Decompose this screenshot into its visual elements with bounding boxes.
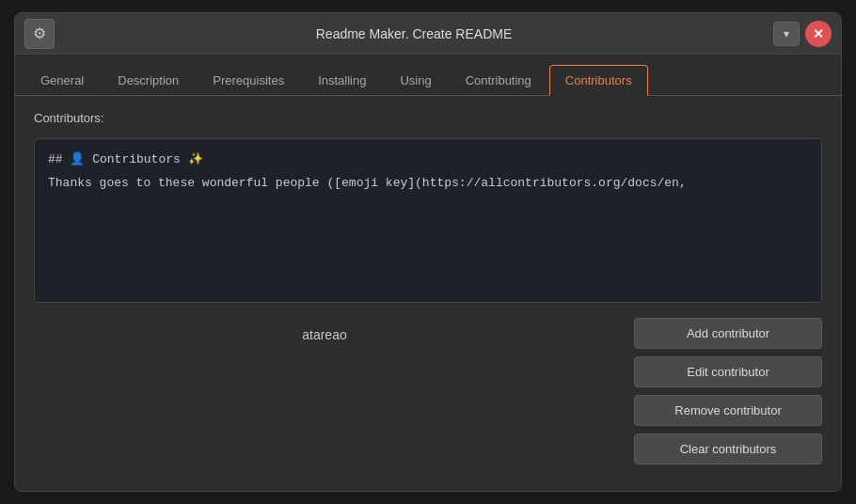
tab-prerequisites[interactable]: Prerequisites: [197, 65, 300, 95]
contributor-name: atareao: [302, 327, 346, 342]
contributors-label: Contributors:: [34, 111, 822, 125]
tab-contributing[interactable]: Contributing: [450, 65, 547, 95]
content-area: Contributors: ## 👤 Contributors ✨ Thanks…: [15, 96, 841, 491]
close-button[interactable]: ✕: [805, 21, 832, 47]
contributors-list: atareao: [34, 318, 615, 352]
text-preview[interactable]: ## 👤 Contributors ✨ Thanks goes to these…: [34, 138, 822, 303]
gear-button[interactable]: ⚙: [24, 19, 55, 49]
titlebar: ⚙ Readme Maker. Create README ▾ ✕: [15, 13, 841, 55]
clear-contributors-button[interactable]: Clear contributors: [634, 433, 822, 465]
titlebar-left: ⚙: [24, 19, 55, 49]
edit-contributor-button[interactable]: Edit contributor: [634, 356, 822, 387]
main-window: ⚙ Readme Maker. Create README ▾ ✕ Genera…: [14, 12, 842, 492]
dropdown-button[interactable]: ▾: [773, 22, 800, 46]
tab-using[interactable]: Using: [384, 65, 447, 95]
buttons-panel: Add contributor Edit contributor Remove …: [634, 318, 822, 465]
add-contributor-button[interactable]: Add contributor: [634, 318, 822, 349]
tab-general[interactable]: General: [24, 65, 100, 95]
tab-description[interactable]: Description: [102, 65, 195, 95]
bottom-section: atareao Add contributor Edit contributor…: [34, 312, 822, 476]
tab-installing[interactable]: Installing: [302, 65, 382, 95]
preview-line2: Thanks goes to these wonderful people ([…: [48, 174, 808, 194]
titlebar-right: ▾ ✕: [773, 21, 832, 47]
tab-contributors[interactable]: Contributors: [549, 65, 648, 96]
window-title: Readme Maker. Create README: [55, 26, 773, 41]
preview-line1: ## 👤 Contributors ✨: [48, 150, 808, 170]
tabs-bar: General Description Prerequisites Instal…: [15, 55, 841, 96]
remove-contributor-button[interactable]: Remove contributor: [634, 395, 822, 426]
